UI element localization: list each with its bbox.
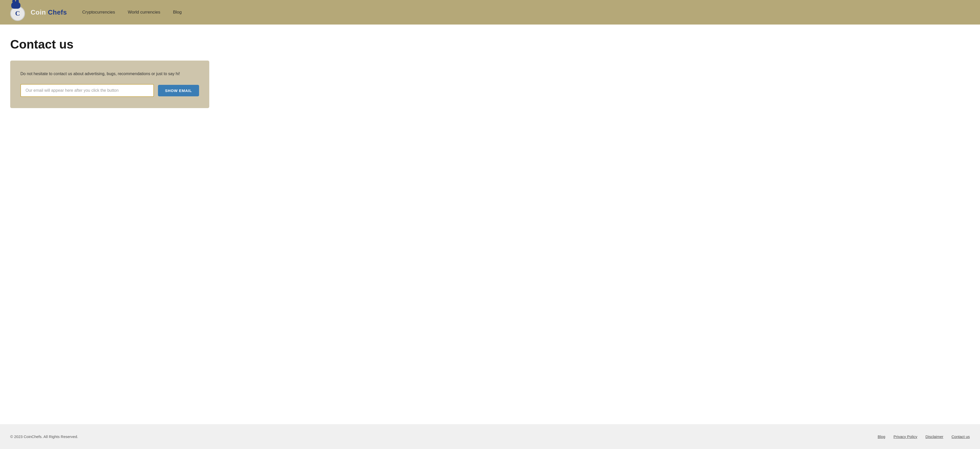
logo-coin: Coin [30, 8, 46, 16]
contact-card: Do not hesitate to contact us about adve… [10, 61, 209, 108]
footer-link-contact[interactable]: Contact us [951, 435, 970, 439]
chef-hat-icon [11, 2, 21, 9]
logo-chefs: Chefs [46, 8, 67, 16]
footer-copyright: © 2023 CoinChefs. All Rights Reserved. [10, 435, 78, 439]
contact-description: Do not hesitate to contact us about adve… [21, 71, 199, 77]
nav-cryptocurrencies[interactable]: Cryptocurrencies [82, 10, 115, 15]
logo-link[interactable]: C Coin Chefs [10, 3, 67, 21]
nav-blog[interactable]: Blog [173, 10, 182, 15]
footer-link-privacy[interactable]: Privacy Policy [894, 435, 917, 439]
main-content: Contact us Do not hesitate to contact us… [0, 24, 306, 424]
main-nav: Cryptocurrencies World currencies Blog [82, 10, 182, 15]
email-input[interactable] [21, 84, 154, 97]
logo-icon: C [10, 3, 27, 21]
show-email-button[interactable]: SHOW EMAIL [158, 85, 199, 96]
site-footer: © 2023 CoinChefs. All Rights Reserved. B… [0, 424, 980, 449]
footer-links: Blog Privacy Policy Disclaimer Contact u… [878, 435, 970, 439]
page-title: Contact us [10, 37, 296, 51]
footer-link-disclaimer[interactable]: Disclaimer [925, 435, 943, 439]
footer-link-blog[interactable]: Blog [878, 435, 885, 439]
site-header: C Coin Chefs Cryptocurrencies World curr… [0, 0, 980, 24]
coin-letter: C [15, 10, 20, 18]
logo-text: Coin Chefs [30, 8, 67, 16]
nav-world-currencies[interactable]: World currencies [128, 10, 160, 15]
email-row: SHOW EMAIL [21, 84, 199, 97]
